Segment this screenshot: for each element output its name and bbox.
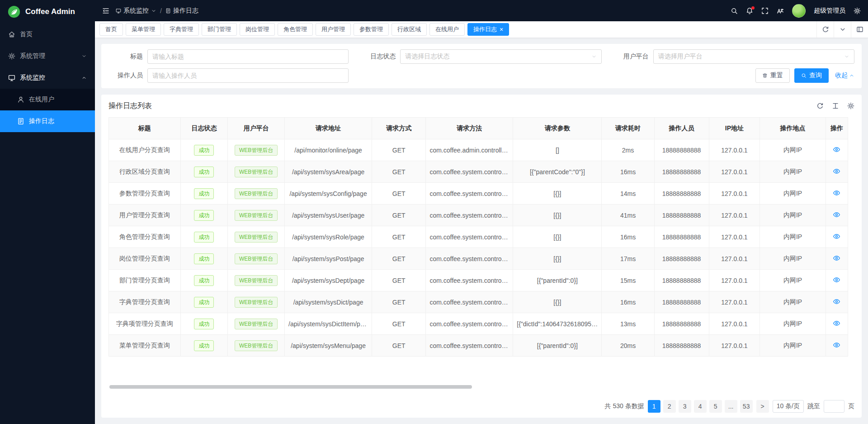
column-header: 操作 <box>826 118 848 139</box>
cell-operator: 18888888888 <box>654 335 709 357</box>
logo-icon <box>7 5 21 19</box>
layout-panel-icon[interactable] <box>851 21 868 38</box>
view-detail-eye-icon[interactable] <box>833 319 840 327</box>
tab-操作日志[interactable]: 操作日志× <box>467 23 509 36</box>
log-status-select[interactable]: 请选择日志状态 <box>400 49 601 64</box>
pagination-total: 共 530 条数据 <box>605 402 644 410</box>
cell-ip: 127.0.0.1 <box>709 183 760 205</box>
table-card: 操作日志列表 <box>101 95 862 418</box>
page-button-3[interactable]: 3 <box>679 400 691 413</box>
view-detail-eye-icon[interactable] <box>833 211 840 219</box>
view-detail-eye-icon[interactable] <box>833 167 840 175</box>
cell-url: /api/system/sysMenu/page <box>285 335 372 357</box>
cell-status: 成功 <box>180 139 228 161</box>
tab-在线用户[interactable]: 在线用户 <box>429 23 465 36</box>
cell-location: 内网IP <box>760 183 826 205</box>
collapse-sidebar-icon[interactable] <box>102 7 109 14</box>
view-detail-eye-icon[interactable] <box>833 146 840 153</box>
breadcrumb-current[interactable]: 操作日志 <box>165 7 198 15</box>
translate-icon[interactable] <box>777 7 784 14</box>
density-icon[interactable] <box>832 102 839 110</box>
sidebar-subitem-在线用户[interactable]: 在线用户 <box>0 89 95 110</box>
cell-handler: com.coffee.system.controlle... <box>426 161 513 183</box>
sidebar-submenu: 在线用户操作日志 <box>0 89 95 132</box>
cell-operator: 18888888888 <box>654 291 709 313</box>
sidebar-item-首页[interactable]: 首页 <box>0 24 95 45</box>
sidebar-item-系统管理[interactable]: 系统管理 <box>0 45 95 67</box>
cell-duration: 16ms <box>602 161 654 183</box>
page-button-5[interactable]: 5 <box>709 400 722 413</box>
column-settings-gear-icon[interactable] <box>847 102 854 110</box>
topbar-right: 超级管理员 <box>731 4 861 18</box>
view-detail-eye-icon[interactable] <box>833 254 840 262</box>
fullscreen-icon[interactable] <box>761 7 769 14</box>
horizontal-scrollbar[interactable] <box>109 385 472 389</box>
settings-gear-icon[interactable] <box>854 7 861 14</box>
avatar[interactable] <box>792 4 806 18</box>
page-size-select[interactable]: 10 条/页 <box>773 400 804 413</box>
reset-button[interactable]: 重置 <box>755 68 790 83</box>
tab-首页[interactable]: 首页 <box>99 23 123 36</box>
refresh-icon[interactable] <box>816 21 834 38</box>
tab-用户管理[interactable]: 用户管理 <box>316 23 351 36</box>
next-page-button[interactable]: > <box>756 400 769 413</box>
page-button-1[interactable]: 1 <box>648 400 660 413</box>
user-platform-select[interactable]: 请选择用户平台 <box>653 49 854 64</box>
title-input[interactable] <box>152 53 344 60</box>
status-tag: 成功 <box>194 167 214 177</box>
table-row: 参数管理分页查询成功WEB管理后台/api/system/sysConfig/p… <box>109 183 848 205</box>
page-ellipsis[interactable]: ... <box>725 400 737 413</box>
view-detail-eye-icon[interactable] <box>833 233 840 240</box>
notifications-bell-icon[interactable] <box>746 7 753 14</box>
table-body: 在线用户分页查询成功WEB管理后台/api/monitor/online/pag… <box>109 139 848 357</box>
tab-字典管理[interactable]: 字典管理 <box>164 23 199 36</box>
logo[interactable]: Coffee Admin <box>0 0 95 24</box>
cell-method: GET <box>372 291 426 313</box>
page-button-53[interactable]: 53 <box>740 400 753 413</box>
sidebar-item-系统监控[interactable]: 系统监控 <box>0 67 95 89</box>
status-tag: 成功 <box>194 145 214 156</box>
tab-角色管理[interactable]: 角色管理 <box>278 23 313 36</box>
tab-参数管理[interactable]: 参数管理 <box>354 23 389 36</box>
tab-close-icon[interactable]: × <box>500 26 503 33</box>
column-header: 请求方式 <box>372 118 426 139</box>
chevron-down-icon <box>81 53 87 59</box>
cell-ip: 127.0.0.1 <box>709 248 760 270</box>
filter-panel: 标题 日志状态 请选择日志状态 <box>101 44 862 88</box>
notification-badge <box>751 6 755 10</box>
operator-input[interactable] <box>152 72 344 79</box>
search-icon[interactable] <box>731 7 738 14</box>
page-button-4[interactable]: 4 <box>694 400 707 413</box>
cell-title: 行政区域分页查询 <box>109 161 181 183</box>
tab-菜单管理[interactable]: 菜单管理 <box>126 23 161 36</box>
tabs: 首页菜单管理字典管理部门管理岗位管理角色管理用户管理参数管理行政区域在线用户操作… <box>99 23 816 36</box>
page-button-2[interactable]: 2 <box>663 400 676 413</box>
status-tag: 成功 <box>194 297 214 308</box>
jump-page-input[interactable] <box>824 400 844 413</box>
cell-params: [{"parentId":0}] <box>513 270 602 291</box>
search-button[interactable]: 查询 <box>794 68 829 83</box>
tab-部门管理[interactable]: 部门管理 <box>202 23 237 36</box>
tab-岗位管理[interactable]: 岗位管理 <box>240 23 275 36</box>
view-detail-eye-icon[interactable] <box>833 298 840 305</box>
tab-行政区域[interactable]: 行政区域 <box>392 23 427 36</box>
table-row: 行政区域分页查询成功WEB管理后台/api/system/sysArea/pag… <box>109 161 848 183</box>
cell-location: 内网IP <box>760 313 826 335</box>
username[interactable]: 超级管理员 <box>814 7 845 15</box>
breadcrumb-parent[interactable]: 系统监控 <box>116 7 156 15</box>
cell-location: 内网IP <box>760 270 826 291</box>
cell-action <box>826 183 848 205</box>
cell-params: [{}] <box>513 291 602 313</box>
refresh-icon[interactable] <box>816 102 824 110</box>
platform-tag: WEB管理后台 <box>235 232 278 243</box>
chevron-down-icon[interactable] <box>834 21 851 38</box>
table-row: 岗位管理分页查询成功WEB管理后台/api/system/sysPost/pag… <box>109 248 848 270</box>
column-header: 请求耗时 <box>602 118 654 139</box>
sidebar-subitem-操作日志[interactable]: 操作日志 <box>0 110 95 132</box>
cell-location: 内网IP <box>760 205 826 226</box>
view-detail-eye-icon[interactable] <box>833 189 840 197</box>
view-detail-eye-icon[interactable] <box>833 341 840 349</box>
cell-params: [] <box>513 139 602 161</box>
view-detail-eye-icon[interactable] <box>833 276 840 284</box>
collapse-filters-link[interactable]: 收起 <box>835 71 854 80</box>
